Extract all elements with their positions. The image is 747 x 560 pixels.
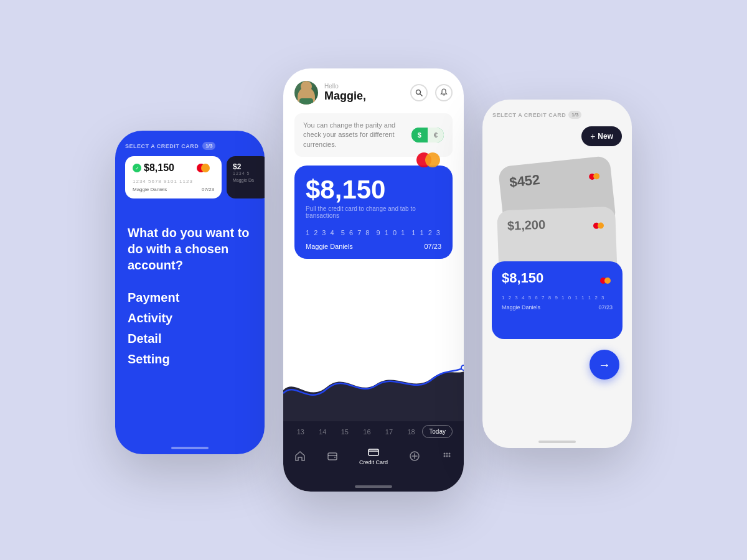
new-card-button[interactable]: + New [581, 126, 622, 146]
svg-point-10 [448, 453, 450, 455]
card-gray2-amount: $1,200 [507, 218, 546, 233]
svg-point-9 [446, 453, 448, 455]
greeting-name: Maggie, [324, 90, 366, 103]
search-button[interactable] [410, 84, 428, 101]
currency-bar: You can change the parity and check your… [294, 113, 453, 157]
card-bottom: Maggie Daniels 07/23 [306, 243, 441, 250]
notification-button[interactable] [435, 84, 453, 101]
mastercard-logo-1 [197, 162, 214, 174]
stacked-cards: $452 $1,200 $8,150 [482, 152, 632, 429]
eur-button[interactable]: € [428, 128, 444, 142]
phone-dashboard: Hello Maggie, You can change the parity … [283, 68, 464, 492]
currency-description: You can change the parity and check your… [303, 121, 403, 149]
nav-wallet[interactable] [327, 450, 338, 462]
date-14: 14 [312, 428, 334, 436]
menu-setting[interactable]: Setting [128, 352, 252, 366]
nav-plus[interactable] [409, 450, 420, 462]
header-icons [410, 84, 453, 101]
card-amount-preview: $2 [233, 162, 264, 171]
grid-icon [441, 450, 453, 462]
card-gray1-top: $452 [509, 165, 603, 195]
bottom-nav: Credit Card [283, 441, 464, 475]
phone2-home-bar [283, 475, 464, 492]
nav-home[interactable] [294, 450, 306, 462]
nav-grid[interactable] [441, 450, 453, 462]
select-label-3-container: SELECT A CREDIT CARD 1/3 [492, 111, 581, 119]
new-button-row: + New [482, 126, 632, 152]
home-icon [294, 450, 306, 462]
date-17: 17 [378, 428, 400, 436]
card-balance: $8,150 [306, 177, 385, 203]
card-white-top: ✓ $8,150 [133, 162, 214, 174]
greeting-text: Hello [324, 83, 366, 90]
card-blue-expiry: 07/23 [598, 304, 613, 310]
card-gray1-amount: $452 [509, 172, 540, 191]
check-icon: ✓ [133, 164, 141, 172]
svg-rect-4 [328, 453, 337, 460]
bell-icon [440, 88, 448, 97]
digit-group-1: 1 2 3 4 [306, 229, 336, 236]
mc-logo-blue [600, 277, 613, 284]
card-header-row: $8,150 [306, 177, 441, 205]
card-digits-1: 1234 5678 9101 1123 [133, 179, 214, 184]
card-footer-1: Maggie Daniels 07/23 [133, 187, 214, 192]
svg-line-1 [420, 94, 422, 96]
activity-chart [283, 340, 464, 421]
badge-1: 1/3 [202, 142, 215, 150]
phone2-header: Hello Maggie, [283, 68, 464, 113]
nav-creditcard[interactable]: Credit Card [359, 447, 388, 465]
card-white-1[interactable]: ✓ $8,150 1234 5678 9101 1123 Maggie Dani… [125, 156, 222, 198]
today-button[interactable]: Today [422, 425, 453, 438]
phone3-header: SELECT A CREDIT CARD 1/3 [482, 100, 632, 126]
creditcard-icon [368, 447, 379, 458]
card-row-1: ✓ $8,150 1234 5678 9101 1123 Maggie Dani… [125, 156, 255, 198]
select-label-text-3: SELECT A CREDIT CARD [492, 112, 566, 118]
menu-payment[interactable]: Payment [128, 291, 252, 305]
date-15: 15 [334, 428, 356, 436]
menu-activity[interactable]: Activity [128, 311, 252, 325]
currency-toggle[interactable]: $ € [411, 128, 444, 142]
credit-card-section[interactable]: $8,150 Pull the credit card to change an… [294, 166, 453, 259]
svg-point-11 [443, 455, 445, 457]
card-holder-name: Maggie Daniels [306, 243, 353, 250]
card-blue-amount: $8,150 [502, 270, 543, 286]
card-digits-main: 1 2 3 4 5 6 7 8 9 1 0 1 1 1 2 3 [306, 229, 441, 236]
phone1-top: SELECT A CREDIT CARD 1/3 ✓ $8,150 1234 5… [115, 131, 265, 206]
phone1-home-bar [115, 436, 265, 454]
card-dark-preview-1[interactable]: $2 1234 5 Maggie Da [227, 156, 265, 198]
plus-icon [409, 450, 420, 462]
card-digits-preview: 1234 5 [233, 171, 264, 175]
svg-point-8 [443, 453, 445, 455]
svg-point-0 [416, 90, 421, 95]
stacked-card-blue[interactable]: $8,150 1 2 3 4 5 6 7 8 9 1 0 1 1 1 2 3 M… [492, 261, 622, 339]
home-indicator-3 [538, 441, 576, 443]
mastercard-logo-2 [416, 152, 441, 168]
svg-rect-6 [369, 449, 378, 455]
phone1-menu: What do you want to do with a chosen acc… [115, 206, 265, 436]
home-indicator-2 [355, 485, 392, 488]
card-blue-top: $8,150 [502, 270, 613, 291]
card-expiry: 07/23 [424, 243, 441, 250]
card-blue-name: Maggie Daniels [502, 304, 540, 310]
wallet-icon [327, 450, 338, 462]
date-18: 18 [400, 428, 423, 436]
menu-detail[interactable]: Detail [128, 332, 252, 346]
arrow-icon: → [598, 358, 611, 372]
card-name-1: Maggie Daniels [133, 187, 167, 192]
card-name-preview: Maggie Da [233, 178, 264, 182]
digit-group-3: 9 1 0 1 [377, 229, 406, 236]
chart-area [283, 259, 464, 421]
badge-3: 1/3 [568, 111, 581, 119]
greeting-block: Hello Maggie, [324, 83, 366, 103]
avatar [294, 81, 318, 105]
usd-button[interactable]: $ [411, 128, 428, 142]
mc-logo-gray2 [593, 222, 606, 230]
card-amount-1: $8,150 [144, 162, 174, 174]
digit-group-2: 5 6 7 8 [341, 229, 371, 236]
next-button[interactable]: → [590, 350, 619, 380]
card-gray2-top: $1,200 [507, 215, 606, 238]
digit-group-4: 1 1 2 3 [411, 229, 441, 236]
mc-logo-gray1 [589, 172, 602, 180]
card-hint: Pull the credit card to change and tab t… [306, 205, 441, 219]
phone-blue-menu: SELECT A CREDIT CARD 1/3 ✓ $8,150 1234 5… [115, 131, 265, 454]
